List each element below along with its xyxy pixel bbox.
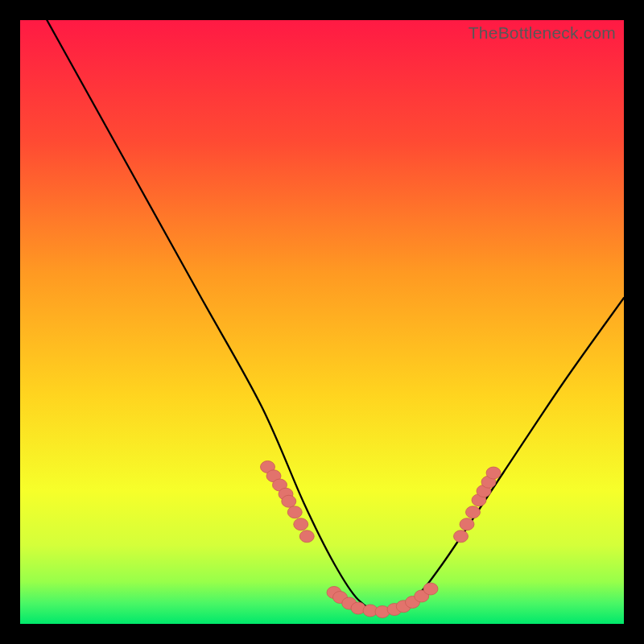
bottleneck-chart: [20, 20, 624, 624]
watermark-text: TheBottleneck.com: [469, 23, 616, 43]
data-marker: [287, 506, 302, 518]
data-marker: [282, 495, 296, 507]
data-marker: [294, 518, 308, 530]
data-marker: [486, 467, 501, 479]
data-marker: [299, 530, 314, 543]
chart-frame: TheBottleneck.com: [20, 20, 624, 624]
data-marker: [423, 583, 438, 595]
gradient-background: [20, 20, 624, 624]
data-marker: [454, 530, 469, 543]
data-marker: [460, 518, 474, 530]
data-marker: [466, 506, 481, 518]
